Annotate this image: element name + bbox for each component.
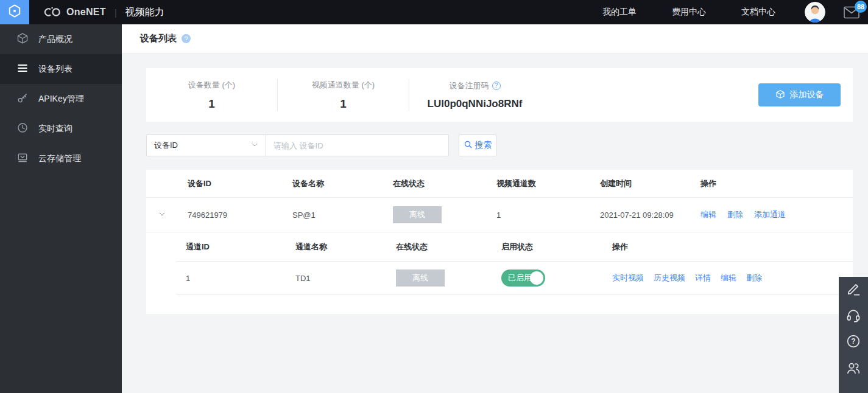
sidebar-item-label: 设备列表 [38,64,72,75]
search-input[interactable] [266,134,449,156]
sidebar-item-realtime-query[interactable]: 实时查询 [0,114,122,144]
cube-icon [16,32,29,47]
filter-selected-value: 设备ID [154,140,178,151]
cube-icon [775,89,785,101]
col-actions: 操作 [700,178,853,189]
page-header: 设备列表 ? [122,24,868,54]
stat-reg-code: 设备注册码 ? LUl0p0qNNiJo8RNf [409,80,540,110]
col-channel-name: 通道名称 [295,242,396,252]
cell-channel-online-status: 离线 [396,270,501,287]
channel-row: 1 TD1 离线 已启用 实时视频 历史视频 详情 编辑 删除 [177,262,853,295]
search-icon [464,140,473,151]
stat-label: 视频通道数量 (个) [278,80,409,91]
reg-code-value: LUl0p0qNNiJo8RNf [409,98,540,110]
floating-toolbar: ? [839,277,868,393]
key-icon [16,92,29,106]
page-title: 设备列表 [140,33,177,44]
mail-badge: 88 [855,1,867,13]
device-table: 设备ID 设备名称 在线状态 视频通道数 创建时间 操作 749621979 S… [146,170,853,314]
storage-icon [16,151,29,166]
chevron-down-icon [158,210,166,220]
device-table-header: 设备ID 设备名称 在线状态 视频通道数 创建时间 操作 [146,170,853,198]
sidebar-item-device-list[interactable]: 设备列表 [0,54,122,84]
nav-billing-center[interactable]: 费用中心 [672,7,706,18]
cell-device-id: 749621979 [188,210,292,220]
stat-value: 1 [146,97,277,111]
onenet-logo-icon [43,5,62,19]
user-avatar[interactable] [805,2,825,23]
edit-link[interactable]: 编辑 [700,209,716,220]
users-icon [845,360,861,378]
toggle-label: 已启用 [508,273,532,283]
topbar: OneNET | 视频能力 我的工单 费用中心 文档中心 88 [0,0,868,24]
sidebar: 产品概况 设备列表 APIKey管理 实时查询 [0,24,122,393]
col-channel-id: 通道ID [186,242,295,252]
cell-enable-status: 已启用 [501,270,612,287]
add-device-button[interactable]: 添加设备 [758,83,841,106]
channel-table-header: 通道ID 通道名称 在线状态 启用状态 操作 [177,232,853,262]
enable-toggle[interactable]: 已启用 [501,270,545,287]
sidebar-item-cloud-storage[interactable]: 云存储管理 [0,144,122,173]
col-online-status: 在线状态 [393,178,496,189]
sidebar-item-label: 实时查询 [38,123,72,134]
feedback-button[interactable] [845,282,862,299]
hexagon-logo-icon [7,3,23,21]
cell-created-time: 2021-07-21 09:28:09 [600,210,700,220]
history-video-link[interactable]: 历史视频 [654,273,685,283]
brand-name: OneNET [66,7,106,18]
cell-channel-actions: 实时视频 历史视频 详情 编辑 删除 [612,273,853,283]
edit-link[interactable]: 编辑 [721,273,736,283]
search-button-label: 搜索 [475,140,492,151]
question-circle-icon: ? [845,333,861,352]
delete-link[interactable]: 删除 [746,273,762,283]
search-button[interactable]: 搜索 [459,134,496,156]
stat-device-count: 设备数量 (个) 1 [146,80,277,111]
topnav: 我的工单 费用中心 文档中心 [602,7,775,18]
sidebar-item-label: 产品概况 [38,34,72,45]
headset-icon [845,307,861,325]
sidebar-item-label: 云存储管理 [38,153,81,164]
row-expander[interactable] [146,210,188,220]
cell-actions: 编辑 删除 添加通道 [700,209,853,220]
page-help-icon[interactable]: ? [182,34,191,43]
stat-label: 设备注册码 ? [409,80,540,91]
cell-online-status: 离线 [393,206,496,223]
col-channel-online-status: 在线状态 [396,242,501,252]
status-badge-offline: 离线 [396,270,445,287]
svg-text:?: ? [851,337,855,346]
cell-device-name: SP@1 [292,210,393,220]
stats-card: 设备数量 (个) 1 视频通道数量 (个) 1 设备注册码 ? LUl0p0qN… [146,68,853,122]
device-row: 749621979 SP@1 离线 1 2021-07-21 09:28:09 … [146,198,853,232]
mail-button[interactable]: 88 [844,6,859,19]
nav-my-tickets[interactable]: 我的工单 [602,7,637,18]
help-button[interactable]: ? [845,334,862,351]
status-badge-offline: 离线 [393,206,442,223]
stat-label: 设备数量 (个) [146,80,277,91]
sidebar-item-label: APIKey管理 [38,94,84,105]
platform-logo[interactable] [0,0,29,24]
filter-select[interactable]: 设备ID [146,134,266,156]
col-enable-status: 启用状态 [501,242,612,252]
search-row: 设备ID 搜索 [146,134,853,156]
reg-code-help-icon[interactable]: ? [492,82,501,90]
col-channel-actions: 操作 [612,242,853,252]
sidebar-item-apikey[interactable]: APIKey管理 [0,84,122,114]
brand[interactable]: OneNET | 视频能力 [43,5,164,19]
support-button[interactable] [845,308,862,325]
channel-table: 通道ID 通道名称 在线状态 启用状态 操作 1 TD1 离线 已启用 [177,232,853,295]
main-content: 设备列表 ? 设备数量 (个) 1 视频通道数量 (个) 1 设备注册码 ? L… [122,24,868,393]
toggle-knob [530,271,543,285]
nav-doc-center[interactable]: 文档中心 [741,7,775,18]
sidebar-item-product-overview[interactable]: 产品概况 [0,24,122,54]
col-device-name: 设备名称 [292,178,393,189]
delete-link[interactable]: 删除 [727,209,743,220]
community-button[interactable] [845,360,862,377]
add-channel-link[interactable]: 添加通道 [754,209,786,220]
chevron-down-icon [251,141,258,150]
details-link[interactable]: 详情 [695,273,711,283]
brand-divider: | [115,7,117,18]
live-video-link[interactable]: 实时视频 [612,273,644,283]
cell-channel-id: 1 [186,274,295,283]
reg-code-label: 设备注册码 [450,80,489,91]
col-device-id: 设备ID [188,178,292,189]
